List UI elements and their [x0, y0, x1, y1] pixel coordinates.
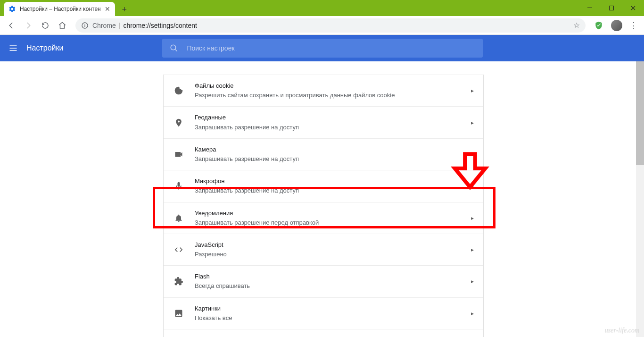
setting-subtitle: Запрашивать разрешение на доступ: [195, 186, 471, 195]
setting-row-cookie[interactable]: Файлы cookieРазрешить сайтам сохранять и…: [164, 75, 483, 107]
minimize-button[interactable]: [579, 0, 601, 16]
chevron-right-icon: ▸: [471, 151, 474, 158]
cookie-icon: [173, 86, 184, 95]
svg-point-7: [177, 92, 178, 93]
profile-avatar[interactable]: [611, 20, 622, 31]
url-path: chrome://settings/content: [123, 22, 197, 29]
content-area: Файлы cookieРазрешить сайтам сохранять и…: [0, 61, 644, 337]
setting-subtitle: Запрашивать разрешение на доступ: [195, 123, 471, 132]
window-controls: [579, 0, 644, 16]
setting-row-location[interactable]: ГеоданныеЗапрашивать разрешение на досту…: [164, 107, 483, 138]
setting-title: Микрофон: [195, 177, 471, 185]
shield-extension-icon[interactable]: [592, 19, 605, 32]
close-window-button[interactable]: [622, 0, 644, 16]
setting-text: КартинкиПоказать все: [195, 304, 471, 322]
svg-point-5: [171, 45, 176, 50]
home-button[interactable]: [55, 18, 70, 33]
svg-point-3: [84, 24, 85, 25]
forward-button[interactable]: [21, 18, 36, 33]
bell-icon: [173, 213, 184, 223]
scrollbar[interactable]: [636, 61, 644, 337]
chevron-right-icon: ▸: [471, 183, 474, 189]
new-tab-button[interactable]: +: [118, 3, 131, 16]
chevron-right-icon: ▸: [471, 246, 474, 253]
setting-row-camera[interactable]: КамераЗапрашивать разрешение на доступ▸: [164, 139, 483, 170]
setting-row-mic[interactable]: МикрофонЗапрашивать разрешение на доступ…: [164, 170, 483, 202]
search-icon: [170, 44, 178, 52]
svg-point-6: [177, 89, 178, 90]
browser-tab[interactable]: Настройки – Настройки контен ✕: [4, 2, 115, 16]
chevron-right-icon: ▸: [471, 215, 474, 221]
setting-text: JavaScriptРазрешено: [195, 241, 471, 259]
setting-title: Файлы cookie: [195, 82, 471, 90]
settings-search-input[interactable]: [187, 44, 475, 52]
gear-icon: [8, 5, 16, 13]
setting-title: Геоданные: [195, 113, 471, 122]
scrollbar-thumb[interactable]: [636, 61, 644, 165]
setting-subtitle: Показать все: [195, 314, 471, 322]
chevron-right-icon: ▸: [471, 310, 474, 317]
setting-title: Flash: [195, 272, 471, 281]
url-separator: |: [119, 22, 121, 29]
svg-rect-0: [587, 8, 592, 8]
location-icon: [173, 118, 184, 127]
svg-rect-1: [610, 6, 614, 10]
setting-subtitle: Запрашивать разрешение перед отправкой: [195, 219, 471, 227]
setting-text: Файлы cookieРазрешить сайтам сохранять и…: [195, 82, 471, 100]
setting-text: FlashВсегда спрашивать: [195, 272, 471, 290]
setting-title: Картинки: [195, 304, 471, 313]
tab-strip: Настройки – Настройки контен ✕ +: [0, 0, 131, 16]
setting-row-image[interactable]: КартинкиПоказать все▸: [164, 298, 483, 329]
info-icon: [81, 22, 89, 29]
chevron-right-icon: ▸: [471, 87, 474, 94]
watermark: user-life.com: [605, 327, 639, 334]
browser-menu-button[interactable]: ⋮: [627, 20, 640, 31]
maximize-button[interactable]: [601, 0, 622, 16]
window-titlebar: Настройки – Настройки контен ✕ +: [0, 0, 644, 16]
setting-row-code[interactable]: JavaScriptРазрешено▸: [164, 234, 483, 266]
camera-icon: [173, 150, 184, 159]
setting-text: КамераЗапрашивать разрешение на доступ: [195, 145, 471, 163]
svg-rect-4: [84, 25, 85, 27]
browser-toolbar: Chrome | chrome://settings/content ☆ ⋮: [0, 16, 644, 35]
setting-subtitle: Разрешить сайтам сохранять и просматрива…: [195, 91, 471, 100]
setting-subtitle: Разрешено: [195, 250, 471, 259]
hamburger-menu-button[interactable]: [2, 43, 25, 53]
setting-title: Уведомления: [195, 209, 471, 218]
url-host: Chrome: [92, 22, 116, 29]
setting-text: УведомленияЗапрашивать разрешение перед …: [195, 209, 471, 227]
setting-text: МикрофонЗапрашивать разрешение на доступ: [195, 177, 471, 195]
setting-subtitle: Всегда спрашивать: [195, 282, 471, 290]
tab-title: Настройки – Настройки контен: [20, 6, 101, 12]
setting-title: Камера: [195, 145, 471, 154]
reload-button[interactable]: [38, 18, 53, 33]
setting-subtitle: Запрашивать разрешение на доступ: [195, 155, 471, 163]
settings-search-box[interactable]: [162, 39, 483, 58]
setting-row-bell[interactable]: УведомленияЗапрашивать разрешение перед …: [164, 202, 483, 234]
chevron-right-icon: ▸: [471, 278, 474, 285]
chevron-right-icon: ▸: [471, 119, 474, 126]
settings-header: Настройки: [0, 35, 644, 61]
content-settings-panel: Файлы cookieРазрешить сайтам сохранять и…: [163, 75, 484, 337]
address-bar[interactable]: Chrome | chrome://settings/content ☆: [75, 18, 586, 33]
setting-title: JavaScript: [195, 241, 471, 249]
code-icon: [173, 245, 184, 254]
svg-point-8: [179, 91, 180, 92]
bookmark-star-icon[interactable]: ☆: [573, 21, 580, 30]
setting-row-popup[interactable]: Всплывающие окна и переадресацияЗаблокир…: [164, 329, 483, 337]
back-button[interactable]: [4, 18, 19, 33]
setting-text: ГеоданныеЗапрашивать разрешение на досту…: [195, 113, 471, 131]
extension-icon: [173, 277, 184, 286]
image-icon: [173, 309, 184, 318]
setting-row-extension[interactable]: FlashВсегда спрашивать▸: [164, 266, 483, 297]
settings-title: Настройки: [26, 44, 63, 52]
mic-icon: [173, 181, 184, 191]
tab-close-icon[interactable]: ✕: [105, 5, 110, 13]
